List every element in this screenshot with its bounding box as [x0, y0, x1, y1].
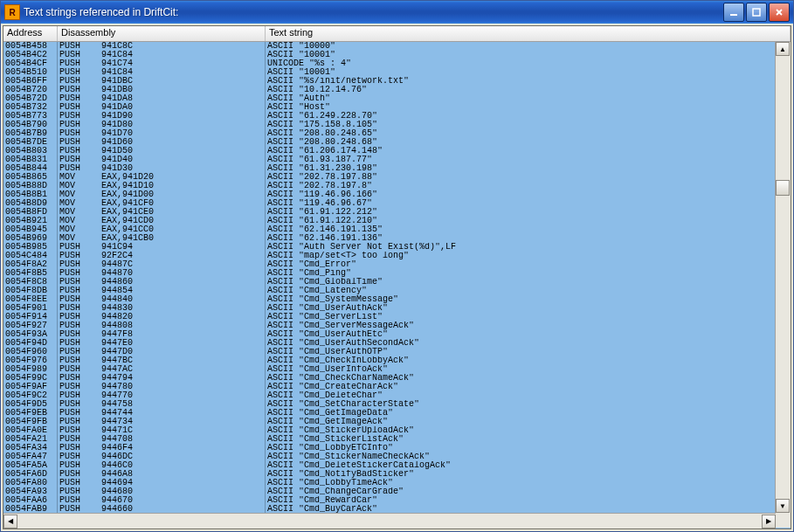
table-row[interactable]: 0054B4CFPUSH 941C74UNICODE "%s : 4"	[3, 59, 775, 68]
cell-disassembly: MOV EAX,941CE0	[58, 208, 266, 217]
resize-grip[interactable]	[776, 513, 791, 528]
table-row[interactable]: 0054F94DPUSH 9447E0ASCII "Cmd_UserAuthSe…	[3, 339, 775, 348]
table-row[interactable]: 0054F8A2PUSH 94487CASCII "Cmd_Error"	[3, 260, 775, 269]
table-row[interactable]: 0054F927PUSH 944808ASCII "Cmd_ServerMess…	[3, 321, 775, 330]
cell-text: ASCII "Cmd_UserAuthSecondAck"	[266, 339, 775, 348]
table-row[interactable]: 0054B8D9MOV EAX,941CF0ASCII "119.46.96.6…	[3, 199, 775, 208]
vertical-scrollbar[interactable]: ▲ ▼	[775, 42, 791, 513]
table-row[interactable]: 0054F9C2PUSH 944770ASCII "Cmd_DeleteChar…	[3, 391, 775, 400]
table-row[interactable]: 0054B790PUSH 941D80ASCII "175.158.8.105"	[3, 121, 775, 129]
table-row[interactable]: 0054F8B5PUSH 944870ASCII "Cmd_Ping"	[3, 269, 775, 278]
table-row[interactable]: 0054FA21PUSH 944708ASCII "Cmd_StickerLis…	[3, 435, 775, 444]
cell-disassembly: PUSH 9446F4	[58, 444, 266, 453]
table-row[interactable]: 0054B7B9PUSH 941D70ASCII "208.80.248.65"	[3, 129, 775, 138]
cell-address: 0054F901	[3, 304, 58, 313]
col-address[interactable]: Address	[3, 26, 58, 41]
table-row[interactable]: 0054F9D5PUSH 944758ASCII "Cmd_SetCharact…	[3, 400, 775, 409]
scroll-down-button[interactable]: ▼	[776, 499, 790, 513]
cell-address: 0054B732	[3, 103, 58, 112]
table-row[interactable]: 0054B72DPUSH 941DA8ASCII "Auth"	[3, 94, 775, 103]
table-row[interactable]: 0054B720PUSH 941DB0ASCII "10.12.14.76"	[3, 86, 775, 94]
table-row[interactable]: 0054B969MOV EAX,941CB0ASCII "62.146.191.…	[3, 234, 775, 243]
rows-container[interactable]: 0054B458PUSH 941C8CASCII "10000"0054B4C2…	[3, 42, 775, 513]
table-row[interactable]: 0054B831PUSH 941D40ASCII "61.93.187.77"	[3, 155, 775, 164]
scroll-right-button[interactable]: ▶	[762, 515, 776, 529]
table-row[interactable]: 0054F976PUSH 9447BCASCII "Cmd_CheckInLob…	[3, 356, 775, 365]
table-row[interactable]: 0054F9AFPUSH 944780ASCII "Cmd_CreateChar…	[3, 383, 775, 391]
app-window: R Text strings referenced in DriftCit: A…	[0, 0, 794, 532]
cell-disassembly: PUSH 9447BC	[58, 356, 266, 365]
horizontal-scrollbar[interactable]: ◀ ▶	[3, 513, 776, 529]
maximize-button[interactable]	[746, 3, 767, 22]
col-text[interactable]: Text string	[266, 26, 791, 41]
scroll-left-button[interactable]: ◀	[3, 515, 17, 529]
cell-address: 0054F8C8	[3, 278, 58, 287]
table-row[interactable]: 0054B844PUSH 941D30ASCII "61.31.230.198"	[3, 164, 775, 173]
table-row[interactable]: 0054F9FBPUSH 944734ASCII "Cmd_GetImageAc…	[3, 418, 775, 426]
table-row[interactable]: 0054FAA6PUSH 944670ASCII "Cmd_RewardCar"	[3, 496, 775, 505]
scroll-up-button[interactable]: ▲	[776, 42, 790, 56]
cell-address: 0054F9AF	[3, 383, 58, 391]
table-row[interactable]: 0054F901PUSH 944830ASCII "Cmd_UserAuthAc…	[3, 304, 775, 313]
cell-disassembly: PUSH 9447F8	[58, 330, 266, 339]
scroll-thumb[interactable]	[776, 180, 790, 196]
table-row[interactable]: 0054B732PUSH 941DA0ASCII "Host"	[3, 103, 775, 112]
table-row[interactable]: 0054FA47PUSH 9446DCASCII "Cmd_StickerNam…	[3, 453, 775, 461]
table-row[interactable]: 0054C484PUSH 92F2C4ASCII "map/set<T> too…	[3, 252, 775, 260]
table-row[interactable]: 0054F914PUSH 944820ASCII "Cmd_ServerList…	[3, 313, 775, 321]
table-row[interactable]: 0054B4C2PUSH 941C84ASCII "10001"	[3, 51, 775, 59]
cell-address: 0054F9D5	[3, 400, 58, 409]
table-row[interactable]: 0054B8FDMOV EAX,941CE0ASCII "61.91.122.2…	[3, 208, 775, 217]
cell-disassembly: PUSH 9447D0	[58, 348, 266, 356]
cell-text: ASCII "Cmd_Ping"	[266, 269, 775, 278]
table-row[interactable]: 0054FA93PUSH 944680ASCII "Cmd_ChangeCarG…	[3, 487, 775, 496]
cell-text: ASCII "62.146.191.135"	[266, 225, 775, 234]
cell-text: ASCII "10000"	[266, 42, 775, 51]
cell-text: ASCII "Cmd_GlobalTime"	[266, 278, 775, 287]
table-row[interactable]: 0054FA34PUSH 9446F4ASCII "Cmd_LobbyETCIn…	[3, 444, 775, 453]
cell-disassembly: PUSH 941D70	[58, 129, 266, 138]
table-row[interactable]: 0054FAB9PUSH 944660ASCII "Cmd_BuyCarAck"	[3, 505, 775, 513]
table-row[interactable]: 0054FA5APUSH 9446C0ASCII "Cmd_DeleteStic…	[3, 461, 775, 470]
table-row[interactable]: 0054FA80PUSH 944694ASCII "Cmd_LobbyTimeA…	[3, 479, 775, 487]
minimize-button[interactable]	[723, 3, 744, 22]
table-row[interactable]: 0054F93APUSH 9447F8ASCII "Cmd_UserAuthEt…	[3, 330, 775, 339]
table-row[interactable]: 0054B510PUSH 941C84ASCII "10001"	[3, 68, 775, 77]
table-row[interactable]: 0054FA0EPUSH 94471CASCII "Cmd_StickerUpl…	[3, 426, 775, 435]
cell-text: ASCII "Cmd_ChangeCarGrade"	[266, 487, 775, 496]
table-row[interactable]: 0054F9EBPUSH 944744ASCII "Cmd_GetImageDa…	[3, 409, 775, 418]
table-row[interactable]: 0054B773PUSH 941D90ASCII "61.249.228.70"	[3, 112, 775, 121]
table-row[interactable]: 0054B8B1MOV EAX,941D00ASCII "119.46.96.1…	[3, 190, 775, 199]
table-row[interactable]: 0054B458PUSH 941C8CASCII "10000"	[3, 42, 775, 51]
cell-address: 0054FA21	[3, 435, 58, 444]
table-row[interactable]: 0054F989PUSH 9447ACASCII "Cmd_UserInfoAc…	[3, 365, 775, 374]
table-row[interactable]: 0054F960PUSH 9447D0ASCII "Cmd_UserAuthOT…	[3, 348, 775, 356]
table-row[interactable]: 0054B945MOV EAX,941CC0ASCII "62.146.191.…	[3, 225, 775, 234]
table-row[interactable]: 0054B865MOV EAX,941D20ASCII "202.78.197.…	[3, 173, 775, 182]
table-row[interactable]: 0054FA6DPUSH 9446A8ASCII "Cmd_NotifyBadS…	[3, 470, 775, 479]
cell-disassembly: MOV EAX,941CB0	[58, 234, 266, 243]
table-row[interactable]: 0054B985PUSH 941C94ASCII "Auth Server No…	[3, 243, 775, 252]
table-row[interactable]: 0054B7DEPUSH 941D60ASCII "208.80.248.68"	[3, 138, 775, 147]
cell-disassembly: MOV EAX,941D20	[58, 173, 266, 182]
table-row[interactable]: 0054B921MOV EAX,941CD0ASCII "61.91.122.2…	[3, 217, 775, 225]
table-row[interactable]: 0054F8DBPUSH 944854ASCII "Cmd_Latency"	[3, 287, 775, 295]
table-row[interactable]: 0054B803PUSH 941D50ASCII "61.206.174.148…	[3, 147, 775, 155]
cell-address: 0054B803	[3, 147, 58, 155]
table-row[interactable]: 0054F99CPUSH 944794ASCII "Cmd_CheckCharN…	[3, 374, 775, 383]
cell-disassembly: PUSH 941D50	[58, 147, 266, 155]
cell-text: ASCII "202.78.197.8"	[266, 182, 775, 190]
table-row[interactable]: 0054B88DMOV EAX,941D10ASCII "202.78.197.…	[3, 182, 775, 190]
titlebar[interactable]: R Text strings referenced in DriftCit:	[1, 1, 793, 24]
close-button[interactable]	[769, 3, 790, 22]
table-row[interactable]: 0054F8C8PUSH 944860ASCII "Cmd_GlobalTime…	[3, 278, 775, 287]
table-row[interactable]: 0054F8EEPUSH 944840ASCII "Cmd_SystemMess…	[3, 295, 775, 304]
cell-text: ASCII "61.91.122.212"	[266, 208, 775, 217]
table-row[interactable]: 0054B6FFPUSH 941DBCASCII "%s/init/networ…	[3, 77, 775, 86]
col-disassembly[interactable]: Disassembly	[58, 26, 266, 41]
cell-text: ASCII "Host"	[266, 103, 775, 112]
cell-disassembly: PUSH 92F2C4	[58, 252, 266, 260]
cell-disassembly: PUSH 941DBC	[58, 77, 266, 86]
cell-text: ASCII "Cmd_CreateCharAck"	[266, 383, 775, 391]
cell-address: 0054F93A	[3, 330, 58, 339]
